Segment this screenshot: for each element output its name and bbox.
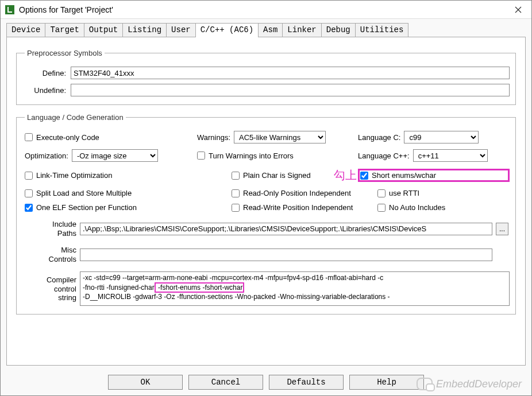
execute-only-checkbox[interactable]: Execute-only Code bbox=[25, 133, 197, 142]
tab-listing[interactable]: Listing bbox=[122, 23, 167, 37]
tab-device[interactable]: Device bbox=[6, 23, 45, 37]
defaults-button[interactable]: Defaults bbox=[269, 375, 344, 390]
use-rtti-checkbox[interactable]: use RTTI bbox=[377, 189, 510, 197]
preprocessor-group: Preprocessor Symbols Define: Undefine: bbox=[16, 49, 516, 105]
help-button[interactable]: Help bbox=[349, 375, 424, 390]
optimization-label: Optimization: bbox=[25, 152, 68, 160]
compiler-control-box[interactable]: -xc -std=c99 --target=arm-arm-none-eabi … bbox=[80, 271, 510, 306]
tab-user[interactable]: User bbox=[166, 23, 196, 37]
options-dialog: Options for Target 'Project' Device Targ… bbox=[0, 0, 532, 396]
tab-target[interactable]: Target bbox=[45, 23, 84, 37]
readonly-pos-ind-checkbox[interactable]: Read-Only Position Independent bbox=[232, 189, 358, 197]
cancel-button[interactable]: Cancel bbox=[188, 375, 263, 390]
language-cpp-label: Language C++: bbox=[358, 152, 410, 160]
readwrite-pos-ind-checkbox[interactable]: Read-Write Position Independent bbox=[232, 203, 358, 212]
optimization-select[interactable]: -Oz image size bbox=[72, 149, 158, 162]
window-title: Options for Target 'Project' bbox=[19, 5, 505, 14]
preprocessor-legend: Preprocessor Symbols bbox=[25, 49, 105, 57]
language-legend: Language / Code Generation bbox=[25, 113, 126, 122]
misc-controls-label: Misc Controls bbox=[25, 246, 76, 263]
define-input[interactable] bbox=[71, 67, 510, 79]
tab-panel: Preprocessor Symbols Define: Undefine: L… bbox=[6, 37, 526, 366]
no-auto-includes-checkbox[interactable]: No Auto Includes bbox=[377, 203, 510, 212]
compiler-line-1: -xc -std=c99 --target=arm-arm-none-eabi … bbox=[83, 273, 507, 282]
compiler-line-2: -fno-rtti -funsigned-char -fshort-enums … bbox=[83, 283, 507, 292]
define-label: Define: bbox=[25, 69, 71, 77]
tab-asm[interactable]: Asm bbox=[258, 23, 283, 37]
app-icon bbox=[5, 5, 14, 14]
language-c-label: Language C: bbox=[358, 133, 400, 142]
language-group: Language / Code Generation Execute-only … bbox=[16, 113, 516, 315]
ok-button[interactable]: OK bbox=[108, 375, 183, 390]
one-elf-checkbox[interactable]: One ELF Section per Function bbox=[25, 203, 197, 212]
short-enums-highlight: Short enums/wchar bbox=[358, 169, 510, 182]
compiler-line-3: -D__MICROLIB -gdwarf-3 -Oz -ffunction-se… bbox=[83, 292, 507, 301]
language-c-select[interactable]: c99 bbox=[404, 131, 479, 143]
short-enums-checkbox[interactable]: Short enums/wchar bbox=[360, 171, 436, 180]
plain-char-signed-checkbox[interactable]: Plain Char is Signed bbox=[232, 171, 311, 180]
tab-utilities[interactable]: Utilities bbox=[355, 23, 409, 37]
compiler-control-label: Compiler control string bbox=[25, 275, 76, 302]
close-button[interactable] bbox=[505, 1, 531, 19]
undefine-input[interactable] bbox=[71, 84, 510, 96]
include-paths-input[interactable] bbox=[80, 223, 492, 235]
dialog-button-bar: OK Cancel Defaults Help bbox=[1, 370, 531, 395]
include-paths-label: Include Paths bbox=[25, 220, 76, 238]
misc-controls-input[interactable] bbox=[80, 249, 492, 261]
annotation-note: 勾上 bbox=[334, 168, 357, 183]
link-time-opt-checkbox[interactable]: Link-Time Optimization bbox=[25, 171, 197, 180]
tab-ccpp[interactable]: C/C++ (AC6) bbox=[195, 23, 259, 37]
tab-output[interactable]: Output bbox=[84, 23, 123, 37]
tab-strip: Device Target Output Listing User C/C++ … bbox=[1, 19, 531, 37]
warnings-select[interactable]: AC5-like Warnings bbox=[234, 131, 326, 143]
tab-debug[interactable]: Debug bbox=[321, 23, 356, 37]
warnings-label: Warnings: bbox=[197, 133, 230, 142]
include-paths-browse-button[interactable]: ... bbox=[496, 223, 508, 235]
close-icon bbox=[515, 6, 522, 13]
compiler-highlight: -fshort-enums -fshort-wchar bbox=[155, 282, 245, 293]
turn-warnings-errors-checkbox[interactable]: Turn Warnings into Errors bbox=[197, 152, 358, 160]
split-load-store-checkbox[interactable]: Split Load and Store Multiple bbox=[25, 189, 197, 197]
tab-linker[interactable]: Linker bbox=[282, 23, 321, 37]
language-cpp-select[interactable]: c++11 bbox=[413, 149, 488, 162]
undefine-label: Undefine: bbox=[25, 86, 71, 95]
titlebar: Options for Target 'Project' bbox=[1, 1, 531, 19]
